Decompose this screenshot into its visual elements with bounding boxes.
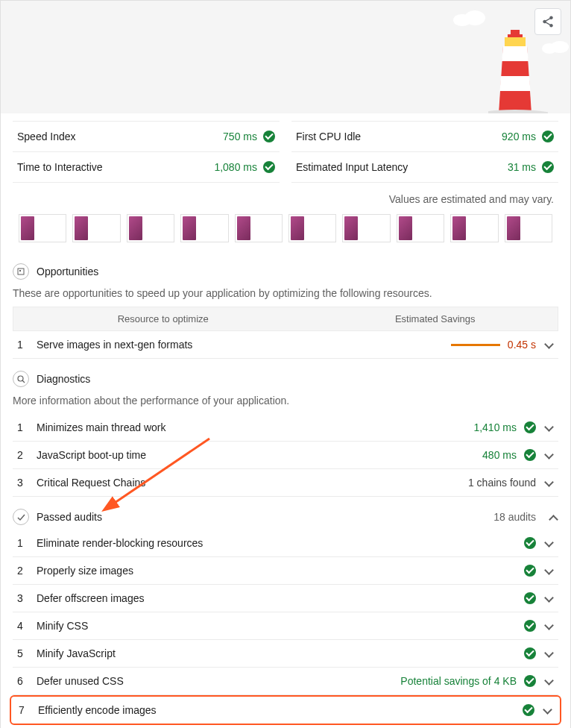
passed-audit-row-highlighted[interactable]: 7 Efficiently encode images bbox=[10, 695, 561, 725]
diagnostic-row[interactable]: 1 Minimizes main thread work 1,410 ms bbox=[13, 414, 558, 442]
metric-label: Speed Index bbox=[17, 131, 76, 142]
row-num: 1 bbox=[17, 421, 34, 433]
passed-audit-row[interactable]: 6 Defer unused CSS Potential savings of … bbox=[13, 668, 558, 695]
col-savings: Estimated Savings bbox=[313, 307, 558, 330]
filmstrip-frame bbox=[450, 214, 498, 242]
row-text: Efficiently encode images bbox=[38, 704, 520, 716]
chevron-up-icon[interactable] bbox=[548, 512, 558, 522]
row-num: 1 bbox=[17, 537, 34, 549]
svg-point-10 bbox=[551, 41, 569, 53]
row-num: 4 bbox=[17, 620, 34, 632]
audits-count: 18 audits bbox=[493, 511, 540, 523]
savings-bar bbox=[451, 344, 500, 346]
chevron-down-icon[interactable] bbox=[543, 339, 554, 350]
row-num: 7 bbox=[19, 704, 35, 716]
chevron-down-icon[interactable] bbox=[543, 593, 554, 603]
opportunity-row[interactable]: 1 Serve images in next-gen formats 0.45 … bbox=[13, 331, 558, 359]
pass-icon bbox=[524, 647, 536, 659]
estimate-note: Values are estimated and may vary. bbox=[13, 183, 558, 214]
diagnostic-value: 1 chains found bbox=[468, 477, 536, 489]
row-text: Defer offscreen images bbox=[37, 592, 521, 604]
pass-icon bbox=[524, 675, 536, 687]
chevron-down-icon[interactable] bbox=[543, 422, 554, 433]
passed-audits-header[interactable]: Passed audits 18 audits bbox=[13, 504, 558, 530]
row-text: JavaScript boot-up time bbox=[37, 449, 479, 461]
row-text: Minify JavaScript bbox=[37, 647, 521, 659]
opportunities-table-header: Resource to optimize Estimated Savings bbox=[13, 307, 558, 331]
diagnostic-row[interactable]: 3 Critical Request Chains 1 chains found bbox=[13, 469, 558, 497]
pass-icon bbox=[524, 537, 536, 549]
chevron-down-icon[interactable] bbox=[543, 450, 554, 460]
chevron-down-icon[interactable] bbox=[543, 538, 554, 548]
diagnostic-value: 480 ms bbox=[482, 449, 517, 461]
svg-rect-12 bbox=[19, 270, 21, 272]
passed-audit-row[interactable]: 5 Minify JavaScript bbox=[13, 640, 558, 668]
lighthouse-icon bbox=[488, 24, 548, 113]
row-text: Eliminate render-blocking resources bbox=[37, 537, 521, 549]
filmstrip-frame bbox=[288, 214, 336, 242]
metric-value: 1,080 ms bbox=[214, 161, 257, 173]
filmstrip bbox=[13, 214, 558, 248]
pass-icon bbox=[263, 161, 275, 173]
row-num: 5 bbox=[17, 647, 34, 659]
row-num: 1 bbox=[17, 339, 34, 351]
row-text: Defer unused CSS bbox=[37, 675, 397, 687]
filmstrip-frame bbox=[127, 214, 174, 242]
filmstrip-frame bbox=[505, 214, 552, 242]
metrics-grid: Speed Index 750 ms Time to Interactive 1… bbox=[13, 113, 558, 183]
metric-label: Time to Interactive bbox=[17, 161, 103, 173]
opportunities-header: Opportunities bbox=[13, 259, 558, 284]
metric-input-latency: Estimated Input Latency 31 ms bbox=[291, 152, 558, 183]
chevron-down-icon[interactable] bbox=[542, 705, 552, 715]
passed-audit-row[interactable]: 3 Defer offscreen images bbox=[13, 585, 558, 612]
diagnostics-desc: More information about the performance o… bbox=[13, 392, 558, 414]
opportunities-desc: These are opportunities to speed up your… bbox=[13, 284, 558, 307]
row-num: 2 bbox=[17, 449, 34, 461]
filmstrip-frame bbox=[19, 214, 66, 242]
section-title: Opportunities bbox=[37, 266, 98, 277]
passed-audit-row[interactable]: 8 Enable text compression bbox=[13, 725, 558, 728]
metric-value: 31 ms bbox=[508, 161, 536, 173]
svg-rect-0 bbox=[505, 37, 526, 46]
pass-icon bbox=[542, 161, 554, 173]
chevron-down-icon[interactable] bbox=[543, 477, 554, 488]
filmstrip-frame bbox=[342, 214, 390, 242]
cloud-icon bbox=[451, 7, 488, 26]
svg-line-14 bbox=[22, 380, 25, 383]
row-num: 3 bbox=[17, 477, 34, 489]
col-resource: Resource to optimize bbox=[13, 307, 313, 330]
opportunities-icon bbox=[13, 263, 29, 280]
report-header bbox=[0, 0, 571, 113]
chevron-down-icon[interactable] bbox=[543, 565, 554, 576]
chevron-down-icon[interactable] bbox=[543, 648, 554, 659]
row-text: Serve images in next-gen formats bbox=[37, 339, 448, 351]
magnify-icon bbox=[13, 371, 29, 387]
chevron-down-icon[interactable] bbox=[543, 676, 554, 686]
potential-savings: Potential savings of 4 KB bbox=[400, 675, 517, 687]
passed-audit-row[interactable]: 4 Minify CSS bbox=[13, 612, 558, 640]
diagnostics-header: Diagnostics bbox=[13, 366, 558, 392]
svg-point-13 bbox=[18, 376, 23, 381]
metric-first-cpu-idle: First CPU Idle 920 ms bbox=[291, 121, 558, 152]
pass-icon bbox=[263, 131, 275, 142]
pass-icon bbox=[524, 565, 536, 577]
filmstrip-frame bbox=[72, 214, 120, 242]
check-icon bbox=[13, 509, 29, 525]
row-num: 6 bbox=[17, 675, 34, 687]
metric-label: Estimated Input Latency bbox=[296, 161, 408, 173]
filmstrip-frame bbox=[235, 214, 283, 242]
passed-audit-row[interactable]: 1 Eliminate render-blocking resources bbox=[13, 530, 558, 557]
chevron-down-icon[interactable] bbox=[543, 621, 554, 631]
metric-time-to-interactive: Time to Interactive 1,080 ms bbox=[13, 152, 280, 183]
savings-value: 0.45 s bbox=[508, 339, 536, 351]
metric-value: 750 ms bbox=[223, 131, 257, 142]
svg-rect-1 bbox=[508, 34, 523, 37]
row-text: Properly size images bbox=[37, 565, 521, 577]
filmstrip-frame bbox=[397, 214, 444, 242]
diagnostic-row[interactable]: 2 JavaScript boot-up time 480 ms bbox=[13, 442, 558, 469]
report-body: Speed Index 750 ms Time to Interactive 1… bbox=[0, 113, 571, 728]
row-num: 2 bbox=[17, 565, 34, 577]
section-title: Diagnostics bbox=[37, 373, 90, 385]
passed-audit-row[interactable]: 2 Properly size images bbox=[13, 557, 558, 585]
pass-icon bbox=[524, 620, 536, 632]
